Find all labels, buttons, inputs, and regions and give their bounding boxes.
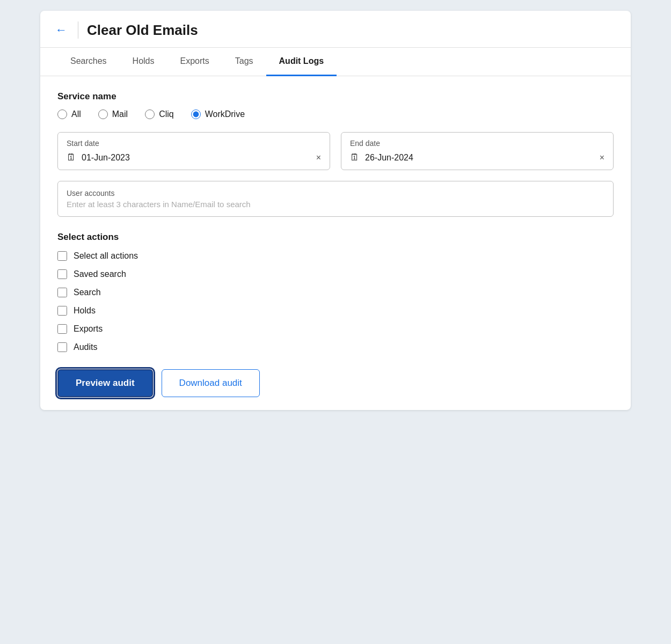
page-title: Clear Old Emails bbox=[87, 22, 198, 39]
checkbox-input-holds[interactable] bbox=[57, 306, 67, 316]
checkbox-label-holds: Holds bbox=[74, 306, 96, 316]
end-date-label: End date bbox=[350, 139, 604, 148]
checkbox-search[interactable]: Search bbox=[57, 288, 614, 297]
user-accounts-placeholder: Enter at least 3 characters in Name/Emai… bbox=[67, 200, 604, 209]
end-date-calendar-icon: 🗓 bbox=[350, 152, 360, 163]
checkbox-saved-search[interactable]: Saved search bbox=[57, 269, 614, 279]
radio-input-workdrive[interactable] bbox=[191, 109, 201, 119]
tab-searches[interactable]: Searches bbox=[57, 48, 120, 76]
header-divider bbox=[78, 21, 78, 39]
checkbox-input-saved-search[interactable] bbox=[57, 269, 67, 279]
tab-exports[interactable]: Exports bbox=[167, 48, 222, 76]
service-name-radio-group: All Mail Cliq WorkDrive bbox=[57, 109, 614, 119]
user-accounts-label: User accounts bbox=[67, 189, 604, 197]
end-date-value: 26-Jun-2024 bbox=[365, 153, 594, 163]
radio-cliq[interactable]: Cliq bbox=[145, 109, 174, 119]
end-date-inner: 🗓 26-Jun-2024 × bbox=[350, 152, 604, 163]
radio-all[interactable]: All bbox=[57, 109, 81, 119]
checkbox-input-select-all[interactable] bbox=[57, 251, 67, 261]
checkbox-select-all[interactable]: Select all actions bbox=[57, 251, 614, 261]
radio-mail[interactable]: Mail bbox=[98, 109, 128, 119]
checkbox-input-search[interactable] bbox=[57, 288, 67, 297]
radio-workdrive[interactable]: WorkDrive bbox=[191, 109, 245, 119]
main-card: ← Clear Old Emails Searches Holds Export… bbox=[40, 11, 631, 410]
back-button[interactable]: ← bbox=[53, 22, 69, 38]
radio-label-all: All bbox=[71, 109, 81, 119]
tab-tags[interactable]: Tags bbox=[222, 48, 266, 76]
end-date-clear-icon[interactable]: × bbox=[600, 153, 604, 163]
checkbox-input-exports[interactable] bbox=[57, 324, 67, 334]
checkbox-input-audits[interactable] bbox=[57, 342, 67, 352]
checkbox-label-audits: Audits bbox=[74, 342, 97, 352]
radio-input-all[interactable] bbox=[57, 109, 67, 119]
preview-audit-button[interactable]: Preview audit bbox=[57, 369, 153, 397]
checkbox-label-search: Search bbox=[74, 288, 101, 297]
checkbox-label-select-all: Select all actions bbox=[74, 251, 138, 261]
start-date-clear-icon[interactable]: × bbox=[316, 153, 321, 163]
checkbox-audits[interactable]: Audits bbox=[57, 342, 614, 352]
start-date-value: 01-Jun-2023 bbox=[82, 153, 311, 163]
tab-audit-logs[interactable]: Audit Logs bbox=[266, 48, 337, 76]
start-date-field[interactable]: Start date 🗓 01-Jun-2023 × bbox=[57, 132, 330, 170]
service-name-section: Service name All Mail Cliq WorkDrive bbox=[57, 91, 614, 119]
select-actions-title: Select actions bbox=[57, 232, 614, 243]
radio-label-cliq: Cliq bbox=[159, 109, 174, 119]
date-row: Start date 🗓 01-Jun-2023 × End date 🗓 26… bbox=[57, 132, 614, 170]
user-accounts-field[interactable]: User accounts Enter at least 3 character… bbox=[57, 181, 614, 217]
checkbox-list: Select all actions Saved search Search H… bbox=[57, 251, 614, 352]
start-date-inner: 🗓 01-Jun-2023 × bbox=[67, 152, 321, 163]
start-date-calendar-icon: 🗓 bbox=[67, 152, 76, 163]
tab-holds[interactable]: Holds bbox=[120, 48, 167, 76]
checkbox-label-exports: Exports bbox=[74, 324, 103, 334]
select-actions-section: Select actions Select all actions Saved … bbox=[57, 232, 614, 352]
action-buttons: Preview audit Download audit bbox=[57, 369, 614, 397]
tab-bar: Searches Holds Exports Tags Audit Logs bbox=[40, 48, 631, 76]
header: ← Clear Old Emails bbox=[40, 11, 631, 48]
checkbox-label-saved-search: Saved search bbox=[74, 269, 126, 279]
start-date-label: Start date bbox=[67, 139, 321, 148]
content-area: Service name All Mail Cliq WorkDrive bbox=[40, 76, 631, 410]
checkbox-holds[interactable]: Holds bbox=[57, 306, 614, 316]
radio-label-mail: Mail bbox=[112, 109, 128, 119]
radio-input-mail[interactable] bbox=[98, 109, 108, 119]
radio-input-cliq[interactable] bbox=[145, 109, 155, 119]
checkbox-exports[interactable]: Exports bbox=[57, 324, 614, 334]
download-audit-button[interactable]: Download audit bbox=[162, 369, 260, 397]
radio-label-workdrive: WorkDrive bbox=[205, 109, 245, 119]
service-name-title: Service name bbox=[57, 91, 614, 102]
end-date-field[interactable]: End date 🗓 26-Jun-2024 × bbox=[341, 132, 614, 170]
